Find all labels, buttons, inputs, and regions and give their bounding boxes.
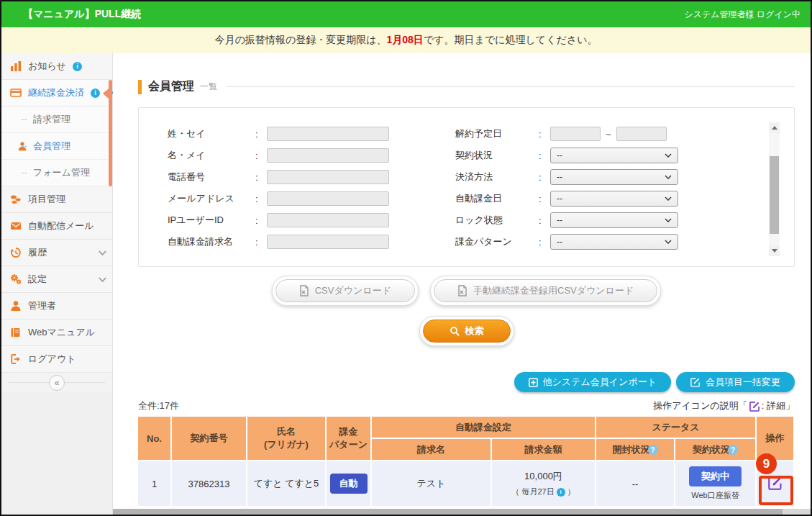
col-header-pattern: 課金 パターン: [327, 417, 372, 461]
search-form-right-column: 解約予定日: ~ 契約状況: -- 決済方法: -- 自動課金日:: [455, 127, 678, 266]
select-value: --: [557, 150, 562, 160]
manual-csv-download-button-ring: 手動継続課金登録用CSVダウンロード: [430, 276, 661, 306]
question-icon[interactable]: ?: [728, 445, 738, 455]
chevron-down-icon: [99, 250, 106, 255]
auto-pattern-badge[interactable]: 自動: [330, 474, 368, 494]
ip-user-id-input[interactable]: [267, 213, 389, 227]
active-section-strip: [109, 80, 112, 186]
select-value: --: [557, 237, 562, 247]
page-title: 会員管理: [148, 79, 194, 94]
sidebar-item-admin[interactable]: 管理者: [1, 293, 112, 320]
credit-card-icon: [10, 87, 22, 99]
scrollbar-down-arrow[interactable]: [769, 245, 780, 256]
info-icon[interactable]: i: [91, 89, 100, 98]
header-line: (フリガナ): [249, 438, 324, 451]
header-text: 開封状況: [613, 444, 650, 455]
plus-square-icon: [529, 378, 538, 387]
field-label: 自動課金日: [455, 192, 539, 205]
cancel-date-to-input[interactable]: [616, 127, 667, 141]
sidebar-collapse-row: «: [1, 373, 112, 392]
cell-pattern: 自動: [327, 461, 372, 507]
csv-file-icon: [457, 285, 467, 297]
form-row-cancel-date: 解約予定日: ~: [455, 127, 678, 141]
colon: :: [255, 150, 267, 161]
form-row-contract-status: 契約状況: --: [455, 148, 678, 163]
sidebar-item-item-management[interactable]: 項目管理: [1, 186, 112, 213]
select-value: --: [557, 194, 562, 204]
csv-download-button[interactable]: CSVダウンロード: [275, 279, 415, 302]
chevron-down-icon: [665, 175, 672, 179]
panel-scrollbar[interactable]: [769, 122, 780, 256]
gear-icon: [10, 273, 22, 285]
field-label: IPユーザーID: [168, 214, 255, 227]
info-icon[interactable]: i: [557, 488, 565, 497]
lock-status-select[interactable]: --: [550, 212, 678, 228]
header-text: 契約状況: [693, 444, 730, 455]
form-row-email: メールアドレス:: [168, 191, 455, 206]
amount-note-prefix: （ 毎月27日: [511, 486, 554, 497]
amount-note: （ 毎月27日 i ）: [493, 486, 593, 497]
amount-value: 10,000円: [493, 470, 593, 483]
billing-pattern-select[interactable]: --: [550, 234, 678, 250]
auto-billing-day-select[interactable]: --: [550, 191, 678, 207]
sidebar-item-news[interactable]: お知らせ i: [1, 53, 112, 80]
cancel-date-from-input[interactable]: [550, 127, 601, 141]
sidebar-item-settings[interactable]: 設定: [1, 266, 112, 293]
bulk-change-button[interactable]: 会員項目一括変更: [676, 372, 795, 392]
sidebar-item-logout[interactable]: ログアウト: [1, 346, 112, 373]
title-divider: [226, 86, 795, 87]
button-label: 手動継続課金登録用CSVダウンロード: [473, 284, 634, 297]
horizontal-scrollbar-thumb[interactable]: [113, 509, 783, 515]
mail-icon: [10, 220, 22, 232]
contract-status-button[interactable]: 契約中: [689, 466, 742, 486]
form-row-phone: 電話番号:: [168, 170, 455, 184]
header-line: 課金: [328, 425, 369, 438]
col-header-name: 氏名 (フリガナ): [247, 417, 327, 461]
auto-billing-name-input[interactable]: [267, 235, 389, 249]
sidebar-item-recurring-billing[interactable]: 継続課金決済 i: [1, 80, 112, 107]
scrollbar-up-arrow[interactable]: [769, 122, 780, 133]
col-header-status-group: ステータス: [596, 417, 757, 439]
email-input[interactable]: [267, 191, 389, 206]
form-row-payment-method: 決済方法: --: [455, 170, 678, 184]
contract-status-select[interactable]: --: [550, 148, 678, 163]
import-members-button[interactable]: 他システム会員インポート: [514, 372, 671, 392]
field-label: メールアドレス: [168, 192, 255, 205]
sidebar-item-invoice-management[interactable]: 請求管理: [1, 107, 112, 133]
sidebar-collapse-button[interactable]: «: [49, 375, 65, 391]
help-suffix: : 詳細」: [762, 399, 795, 412]
sidebar-item-auto-mail[interactable]: 自動配信メール: [1, 213, 112, 240]
col-header-billing-group: 自動課金設定: [372, 417, 596, 439]
info-icon[interactable]: i: [73, 62, 82, 71]
chevron-down-icon: [665, 218, 672, 222]
col-header-no: No.: [138, 417, 172, 461]
active-section-arrow: [103, 89, 109, 99]
search-button[interactable]: 検索: [423, 320, 511, 343]
sidebar-item-label: 管理者: [28, 299, 56, 312]
sidebar-item-member-management[interactable]: 会員管理: [1, 133, 112, 160]
phone-input[interactable]: [267, 170, 389, 184]
question-icon[interactable]: ?: [648, 445, 658, 455]
last-name-input[interactable]: [267, 127, 389, 141]
cell-billing-amount: 10,000円 （ 毎月27日 i ）: [492, 461, 596, 507]
form-row-billing-name: 自動課金請求名:: [168, 235, 455, 249]
button-label: CSVダウンロード: [315, 284, 391, 297]
manual-csv-download-button[interactable]: 手動継続課金登録用CSVダウンロード: [434, 279, 657, 302]
horizontal-scrollbar[interactable]: [113, 509, 811, 515]
colon: :: [539, 237, 550, 248]
sidebar-item-history[interactable]: 履歴: [1, 240, 112, 266]
cell-open-status: --: [596, 461, 675, 507]
payment-method-select[interactable]: --: [550, 169, 678, 185]
sidebar-item-web-manual[interactable]: Webマニュアル: [1, 320, 112, 346]
colon: :: [255, 194, 267, 204]
app-title: 【マニュアル】PULL継続: [23, 8, 141, 21]
cell-contract-no: 37862313: [172, 461, 247, 507]
icon-help-text: 操作アイコンの説明「 : 詳細」: [653, 399, 795, 412]
field-label: 自動課金請求名: [168, 235, 255, 248]
csv-file-icon: [299, 285, 309, 297]
top-header-bar: 【マニュアル】PULL継続 システム管理者様 ログイン中: [1, 1, 811, 27]
form-row-last-name: 姓・セイ:: [168, 127, 455, 141]
scrollbar-thumb[interactable]: [770, 156, 779, 234]
first-name-input[interactable]: [267, 148, 389, 163]
sidebar-item-form-management[interactable]: フォーム管理: [1, 160, 112, 186]
